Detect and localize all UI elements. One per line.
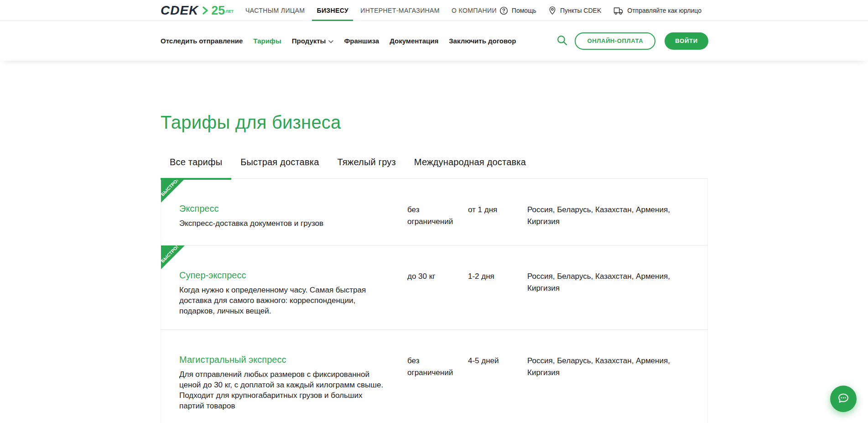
help-icon [499,6,508,15]
tariff-weight: без ограничений [407,355,460,379]
tariff-row-mainline-express: Магистральный экспресс Для отправлений л… [161,330,707,423]
tariff-description: Когда нужно к определенному часу. Самая … [179,285,384,316]
tariff-name-link[interactable]: Магистральный экспресс [179,354,286,365]
top-navigation: ЧАСТНЫМ ЛИЦАМ БИЗНЕСУ ИНТЕРНЕТ-МАГАЗИНАМ… [241,0,501,21]
tariff-tabs: Все тарифы Быстрая доставка Тяжелый груз… [161,157,535,179]
chat-button[interactable] [830,386,857,412]
search-button[interactable] [556,34,569,48]
fast-ribbon: БЫСТРО! [161,245,185,269]
fast-ribbon-label: БЫСТРО! [159,243,180,265]
tab-fast-delivery[interactable]: Быстрая доставка [231,157,328,179]
tab-all-tariffs[interactable]: Все тарифы [161,157,231,179]
search-icon [556,35,568,47]
topnav-item-about-company[interactable]: О КОМПАНИИ [447,0,501,21]
tariff-name-link[interactable]: Супер-экспресс [179,270,246,281]
cdek-logo[interactable]: CDEK 25 ЛЕТ [161,0,234,21]
subnav-item-documentation[interactable]: Документация [390,37,438,45]
tariff-regions: Россия, Беларусь, Казахстан, Армения, Ки… [527,204,685,228]
chevron-down-icon [328,37,333,45]
send-as-legal-entity-link[interactable]: Отправляйте как юрлицо [613,6,702,15]
subnav-item-franchise[interactable]: Франшиза [344,37,379,45]
subnav-item-tariffs[interactable]: Тарифы [253,37,281,45]
cdek-points-label: Пункты CDEK [560,7,601,14]
tariff-description: Экспресс-доставка документов и грузов [179,218,384,229]
truck-icon [613,6,624,15]
tab-heavy-cargo[interactable]: Тяжелый груз [328,157,405,179]
tariff-regions: Россия, Беларусь, Казахстан, Армения, Ки… [527,355,685,379]
topbar-utilities: Помощь Пункты CDEK Отправляйте как юрлиц… [499,0,702,21]
subnav-item-products-label: Продукты [292,37,326,45]
tariff-regions: Россия, Беларусь, Казахстан, Армения, Ки… [527,271,685,294]
tariff-name-link[interactable]: Экспресс [179,203,218,214]
online-payment-button[interactable]: ОНЛАЙН-ОПЛАТА [575,32,655,50]
tariff-table: БЫСТРО! Экспресс Экспресс-доставка докум… [161,178,708,423]
chat-icon [837,392,850,407]
logo-years-suffix-text: ЛЕТ [225,9,234,14]
help-link[interactable]: Помощь [499,6,536,15]
logo-years-text: 25 [211,4,225,18]
tariff-main-cell: Экспресс Экспресс-доставка документов и … [179,203,384,229]
topnav-item-private-clients[interactable]: ЧАСТНЫМ ЛИЦАМ [241,0,309,21]
login-button[interactable]: ВОЙТИ [665,32,708,50]
help-label: Помощь [512,7,536,14]
tariff-row-express: БЫСТРО! Экспресс Экспресс-доставка докум… [161,179,707,245]
tariff-weight: без ограничений [407,204,460,228]
location-pin-icon [548,6,556,15]
subnav-actions: ОНЛАЙН-ОПЛАТА ВОЙТИ [556,21,708,61]
tariff-weight: до 30 кг [407,271,460,282]
tariff-row-super-express: БЫСТРО! Супер-экспресс Когда нужно к опр… [161,245,707,330]
topnav-item-online-stores[interactable]: ИНТЕРНЕТ-МАГАЗИНАМ [356,0,444,21]
secondary-navigation-bar: Отследить отправление Тарифы Продукты Фр… [0,21,868,61]
subnav-item-sign-contract[interactable]: Заключить договор [449,37,516,45]
subnav-item-track-shipment[interactable]: Отследить отправление [161,37,243,45]
logo-brand-text: CDEK [161,3,198,18]
topnav-item-business[interactable]: БИЗНЕСУ [312,0,353,21]
subnav-item-products[interactable]: Продукты [292,37,334,45]
tariff-term: 1-2 дня [468,271,522,282]
tab-international-delivery[interactable]: Международная доставка [405,157,535,179]
tariff-main-cell: Супер-экспресс Когда нужно к определенно… [179,270,384,316]
cdek-points-link[interactable]: Пункты CDEK [548,6,601,15]
tariff-main-cell: Магистральный экспресс Для отправлений л… [179,354,384,411]
fast-ribbon: БЫСТРО! [161,179,185,203]
tariff-term: 4-5 дней [468,355,522,367]
tariff-term: от 1 дня [468,204,522,216]
logo-chevron-icon [203,6,208,15]
page-title: Тарифы для бизнеса [161,112,341,133]
secondary-navigation: Отследить отправление Тарифы Продукты Фр… [161,21,516,61]
send-as-legal-entity-label: Отправляйте как юрлицо [627,7,702,14]
tariff-description: Для отправлений любых размеров с фиксиро… [179,369,384,411]
topbar: CDEK 25 ЛЕТ ЧАСТНЫМ ЛИЦАМ БИЗНЕСУ ИНТЕРН… [0,0,868,21]
